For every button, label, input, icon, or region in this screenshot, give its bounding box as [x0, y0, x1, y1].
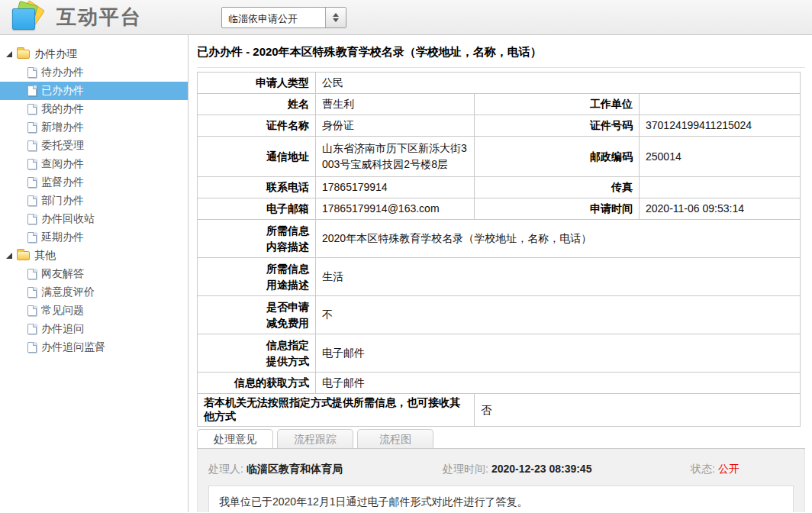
field-label: 是否申请 减免费用 — [198, 296, 316, 334]
sidebar-item-zhuiwen[interactable]: 办件追问 — [0, 320, 188, 338]
field-value: 身份证 — [316, 115, 475, 137]
field-value: 生活 — [316, 258, 801, 296]
reply-text: 我单位已于2020年12月1日通过电子邮件形式对此件进行了答复。 — [208, 486, 794, 512]
field-label: 电子邮箱 — [198, 198, 316, 220]
sidebar-item-label: 满意度评价 — [41, 286, 95, 299]
field-label: 联系电话 — [198, 177, 316, 198]
handling-opinion-panel: 处理人: 临淄区教育和体育局 处理时间: 2020-12-23 08:39:45… — [197, 449, 805, 512]
tree-expand-icon[interactable] — [6, 252, 14, 260]
table-row: 所需信息 内容描述 2020年本区特殊教育学校名录（学校地址，名称，电话） — [198, 220, 801, 258]
field-value — [640, 94, 801, 115]
table-row: 是否申请 减免费用 不 — [198, 296, 801, 334]
page-icon — [27, 86, 37, 96]
sidebar-item-jiandu[interactable]: 监督办件 — [0, 173, 188, 192]
sidebar-item-chayue[interactable]: 查阅办件 — [0, 155, 188, 173]
handle-time-label: 处理时间: — [443, 463, 488, 476]
sidebar-group-banjian[interactable]: 办件办理 — [0, 45, 188, 63]
field-value: 曹生利 — [316, 94, 475, 115]
table-row: 联系电话 17865179914 传真 — [198, 177, 801, 198]
sidebar-item-label: 委托受理 — [41, 139, 84, 153]
sidebar-item-daiban[interactable]: 待办办件 — [0, 63, 188, 82]
field-value: 17865179914 — [316, 177, 475, 198]
tree-expand-icon[interactable] — [6, 50, 14, 58]
field-value: 250014 — [640, 137, 801, 177]
sidebar-group-label: 办件办理 — [34, 47, 77, 61]
sidebar-item-zhuiwen-jiandu[interactable]: 办件追问监督 — [0, 338, 188, 357]
sidebar-item-label: 新增办件 — [41, 121, 84, 134]
field-label: 证件号码 — [475, 115, 640, 137]
sidebar-item-wode[interactable]: 我的办件 — [0, 100, 188, 118]
table-row: 证件名称 身份证 证件号码 370124199411215024 — [198, 115, 801, 137]
sidebar-item-label: 监督办件 — [41, 176, 84, 189]
sidebar-item-huishouzhan[interactable]: 办件回收站 — [0, 210, 188, 228]
field-value: 电子邮件 — [316, 373, 801, 394]
field-label: 工作单位 — [475, 94, 640, 115]
handle-time-value: 2020-12-23 08:39:45 — [491, 463, 592, 476]
sidebar-group-label: 其他 — [34, 249, 56, 263]
field-label: 邮政编码 — [475, 137, 640, 177]
field-label: 传真 — [475, 177, 640, 198]
sidebar-item-label: 已办办件 — [41, 84, 84, 98]
page-title: 已办办件 - 2020年本区特殊教育学校名录（学校地址，名称，电话） — [197, 35, 805, 68]
channel-dropdown-value: 临淄依申请公开 — [222, 8, 325, 27]
table-row: 通信地址 山东省济南市历下区新泺大街3003号宝威科技园2号楼8层 邮政编码 2… — [198, 137, 801, 177]
result-tabstrip: 处理意见 流程跟踪 流程图 — [197, 429, 805, 449]
page-icon — [27, 232, 37, 243]
app-title: 互动平台 — [56, 4, 142, 31]
table-row: 信息的获取方式 电子邮件 — [198, 373, 801, 394]
sidebar-item-label: 待办办件 — [41, 66, 84, 79]
sidebar-item-yanqi[interactable]: 延期办件 — [0, 228, 188, 247]
field-value: 否 — [475, 394, 801, 427]
tab-process-tracking[interactable]: 流程跟踪 — [277, 429, 353, 448]
page-icon — [27, 195, 37, 206]
field-label: 申请人类型 — [198, 73, 316, 94]
sidebar-item-label: 办件追问 — [41, 322, 84, 336]
folder-icon — [17, 50, 30, 59]
field-value: 不 — [316, 296, 801, 334]
table-row: 姓名 曹生利 工作单位 — [198, 94, 801, 115]
dropdown-spinner-icon[interactable] — [325, 8, 346, 27]
sidebar-item-label: 查阅办件 — [41, 157, 84, 171]
page-icon — [27, 67, 37, 78]
field-value: 2020年本区特殊教育学校名录（学校地址，名称，电话） — [316, 220, 801, 258]
sidebar-item-manyidu[interactable]: 满意度评价 — [0, 283, 188, 302]
page-icon — [27, 305, 37, 316]
field-label: 申请时间 — [475, 198, 640, 220]
page-icon — [27, 324, 37, 334]
field-label: 所需信息 用途描述 — [198, 258, 316, 296]
sidebar-item-bumen[interactable]: 部门办件 — [0, 192, 188, 210]
page-icon — [27, 159, 37, 169]
channel-dropdown[interactable]: 临淄依申请公开 — [221, 7, 346, 28]
folder-icon — [17, 251, 30, 260]
field-label: 信息的获取方式 — [198, 373, 316, 394]
field-label: 通信地址 — [198, 137, 316, 177]
page-icon — [27, 122, 37, 133]
sidebar-item-label: 延期办件 — [41, 231, 84, 244]
sidebar-item-wangyou[interactable]: 网友解答 — [0, 265, 188, 283]
page-icon — [27, 269, 37, 279]
table-row: 信息指定 提供方式 电子邮件 — [198, 334, 801, 373]
field-label: 信息指定 提供方式 — [198, 334, 316, 373]
field-label: 若本机关无法按照指定方式提供所需信息，也可接收其他方式 — [198, 394, 475, 427]
sidebar-group-qita[interactable]: 其他 — [0, 247, 188, 265]
field-value: 370124199411215024 — [640, 115, 801, 137]
sidebar-item-label: 办件追问监督 — [41, 340, 105, 354]
handling-meta-row: 处理人: 临淄区教育和体育局 处理时间: 2020-12-23 08:39:45… — [198, 449, 804, 476]
page-icon — [27, 342, 37, 353]
page-icon — [27, 140, 37, 151]
sidebar-item-yiban[interactable]: 已办办件 — [0, 82, 188, 100]
page-icon — [27, 214, 37, 224]
app-logo-icon — [9, 2, 47, 34]
table-row: 申请人类型 公民 — [198, 73, 801, 94]
field-value: 山东省济南市历下区新泺大街3003号宝威科技园2号楼8层 — [316, 137, 475, 177]
field-value — [640, 177, 801, 198]
sidebar-item-changjian[interactable]: 常见问题 — [0, 302, 188, 320]
table-row: 电子邮箱 17865179914@163.com 申请时间 2020-11-06… — [198, 198, 801, 220]
sidebar-item-weituo[interactable]: 委托受理 — [0, 137, 188, 155]
app-header: 互动平台 临淄依申请公开 — [0, 0, 812, 35]
tab-flowchart[interactable]: 流程图 — [357, 429, 433, 448]
tab-handling-opinion[interactable]: 处理意见 — [197, 429, 273, 448]
status-label: 状态: — [691, 463, 715, 476]
handler-label: 处理人: — [208, 463, 243, 476]
sidebar-item-xinzeng[interactable]: 新增办件 — [0, 118, 188, 137]
